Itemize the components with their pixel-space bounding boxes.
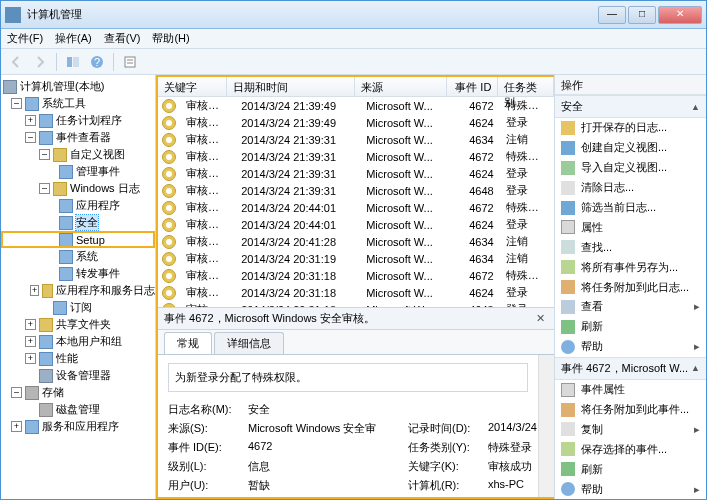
col-taskcat[interactable]: 任务类别	[498, 77, 554, 96]
tree-devmgr[interactable]: 设备管理器	[1, 367, 155, 384]
tree-diskmgmt[interactable]: 磁盘管理	[1, 401, 155, 418]
expand-icon[interactable]: +	[25, 336, 36, 347]
sharedfolder-icon	[39, 318, 53, 332]
collapse-icon[interactable]: –	[25, 132, 36, 143]
tree-winlogs[interactable]: –Windows 日志	[1, 180, 155, 197]
tree-application[interactable]: 应用程序	[1, 197, 155, 214]
menu-view[interactable]: 查看(V)	[104, 31, 141, 46]
tree-system[interactable]: 系统	[1, 248, 155, 265]
maximize-button[interactable]: □	[628, 6, 656, 24]
table-row[interactable]: 审核成功 2014/3/24 21:39:31 Microsoft W... 4…	[158, 182, 554, 199]
collapse-icon[interactable]: ▲	[691, 363, 700, 373]
col-source[interactable]: 来源	[355, 77, 447, 96]
tree-services[interactable]: +服务和应用程序	[1, 418, 155, 435]
tree-storage[interactable]: –存储	[1, 384, 155, 401]
action-help[interactable]: 帮助▸	[555, 337, 706, 357]
table-row[interactable]: 审核成功 2014/3/24 20:31:18 Microsoft W... 4…	[158, 284, 554, 301]
col-eventid[interactable]: 事件 ID	[447, 77, 498, 96]
col-keyword[interactable]: 关键字	[158, 77, 227, 96]
table-row[interactable]: 审核成功 2014/3/24 20:44:01 Microsoft W... 4…	[158, 216, 554, 233]
list-body[interactable]: 审核成功 2014/3/24 21:39:49 Microsoft W... 4…	[158, 97, 554, 307]
menu-action[interactable]: 操作(A)	[55, 31, 92, 46]
tree-localusers[interactable]: +本地用户和组	[1, 333, 155, 350]
help-button[interactable]: ?	[86, 51, 108, 73]
copy-icon	[561, 422, 575, 436]
tree-forwarded[interactable]: 转发事件	[1, 265, 155, 282]
action-attach-task-event[interactable]: 将任务附加到此事件...	[555, 400, 706, 420]
action-copy[interactable]: 复制▸	[555, 419, 706, 439]
action-clear-log[interactable]: 清除日志...	[555, 178, 706, 198]
cell-source: Microsoft W...	[360, 219, 450, 231]
action-help-2[interactable]: 帮助▸	[555, 479, 706, 499]
menu-file[interactable]: 文件(F)	[7, 31, 43, 46]
action-find[interactable]: 查找...	[555, 237, 706, 257]
actions-group-security[interactable]: 安全▲	[555, 95, 706, 118]
table-row[interactable]: 审核成功 2014/3/24 21:39:31 Microsoft W... 4…	[158, 148, 554, 165]
table-row[interactable]: 审核成功 2014/3/24 20:31:19 Microsoft W... 4…	[158, 250, 554, 267]
action-refresh-2[interactable]: 刷新	[555, 459, 706, 479]
action-open-saved-log[interactable]: 打开保存的日志...	[555, 118, 706, 138]
table-row[interactable]: 审核成功 2014/3/24 21:39:49 Microsoft W... 4…	[158, 114, 554, 131]
tree-systools[interactable]: –系统工具	[1, 95, 155, 112]
action-import-custom-view[interactable]: 导入自定义视图...	[555, 158, 706, 178]
collapse-icon[interactable]: –	[11, 387, 22, 398]
tree-performance[interactable]: +性能	[1, 350, 155, 367]
action-save-all[interactable]: 将所有事件另存为...	[555, 257, 706, 277]
details-pane: 事件 4672，Microsoft Windows 安全审核。 ✕ 常规 详细信…	[158, 307, 554, 497]
col-datetime[interactable]: 日期和时间	[227, 77, 355, 96]
table-row[interactable]: 审核成功 2014/3/24 20:31:18 Microsoft W... 4…	[158, 267, 554, 284]
cell-datetime: 2014/3/24 20:44:01	[235, 219, 360, 231]
action-properties[interactable]: 属性	[555, 217, 706, 237]
menubar: 文件(F) 操作(A) 查看(V) 帮助(H)	[1, 29, 706, 49]
view-icon	[561, 300, 575, 314]
show-hide-tree-button[interactable]	[62, 51, 84, 73]
cell-taskcat: 注销	[500, 234, 554, 249]
collapse-icon[interactable]: –	[11, 98, 22, 109]
collapse-icon[interactable]: –	[39, 183, 50, 194]
menu-help[interactable]: 帮助(H)	[152, 31, 189, 46]
tree-subscriptions[interactable]: 订阅	[1, 299, 155, 316]
action-create-custom-view[interactable]: 创建自定义视图...	[555, 138, 706, 158]
tab-general[interactable]: 常规	[164, 332, 212, 354]
folder-icon	[53, 148, 67, 162]
nav-forward-button[interactable]	[29, 51, 51, 73]
table-row[interactable]: 审核成功 2014/3/24 21:39:31 Microsoft W... 4…	[158, 131, 554, 148]
tree-setup[interactable]: Setup	[1, 231, 155, 248]
tree-eventviewer[interactable]: –事件查看器	[1, 129, 155, 146]
tree-scheduler[interactable]: +任务计划程序	[1, 112, 155, 129]
expand-icon[interactable]: +	[25, 353, 36, 364]
collapse-icon[interactable]: ▲	[691, 102, 700, 112]
close-button[interactable]: ✕	[658, 6, 702, 24]
details-scrollbar[interactable]	[538, 355, 554, 497]
tab-details[interactable]: 详细信息	[214, 332, 284, 354]
table-row[interactable]: 审核成功 2014/3/24 20:44:01 Microsoft W... 4…	[158, 199, 554, 216]
table-row[interactable]: 审核成功 2014/3/24 20:41:28 Microsoft W... 4…	[158, 233, 554, 250]
actions-group-event[interactable]: 事件 4672，Microsoft W...▲	[555, 357, 706, 380]
tree-customviews[interactable]: –自定义视图	[1, 146, 155, 163]
action-attach-task-log[interactable]: 将任务附加到此日志...	[555, 277, 706, 297]
tree-security[interactable]: 安全	[1, 214, 155, 231]
properties-button[interactable]	[119, 51, 141, 73]
action-event-properties[interactable]: 事件属性	[555, 380, 706, 400]
expand-icon[interactable]: +	[30, 285, 39, 296]
action-filter-log[interactable]: 筛选当前日志...	[555, 198, 706, 218]
action-view[interactable]: 查看▸	[555, 297, 706, 317]
nav-back-button[interactable]	[5, 51, 27, 73]
details-close-button[interactable]: ✕	[532, 311, 548, 327]
expand-icon[interactable]: +	[25, 319, 36, 330]
minimize-button[interactable]: —	[598, 6, 626, 24]
tree-adminevents[interactable]: 管理事件	[1, 163, 155, 180]
table-row[interactable]: 审核成功 2014/3/24 21:39:49 Microsoft W... 4…	[158, 97, 554, 114]
collapse-icon[interactable]: –	[39, 149, 50, 160]
tree-root[interactable]: 计算机管理(本地)	[1, 78, 155, 95]
expand-icon[interactable]: +	[25, 115, 36, 126]
tree-appsvclogs[interactable]: +应用程序和服务日志	[1, 282, 155, 299]
table-row[interactable]: 审核成功 2014/3/24 21:39:31 Microsoft W... 4…	[158, 165, 554, 182]
label-source: 来源(S):	[168, 421, 248, 436]
tree-pane: 计算机管理(本地) –系统工具 +任务计划程序 –事件查看器 –自定义视图 管理…	[1, 75, 156, 499]
cell-datetime: 2014/3/24 20:41:28	[235, 236, 360, 248]
action-save-selected[interactable]: 保存选择的事件...	[555, 439, 706, 459]
expand-icon[interactable]: +	[11, 421, 22, 432]
action-refresh[interactable]: 刷新	[555, 317, 706, 337]
tree-shared[interactable]: +共享文件夹	[1, 316, 155, 333]
